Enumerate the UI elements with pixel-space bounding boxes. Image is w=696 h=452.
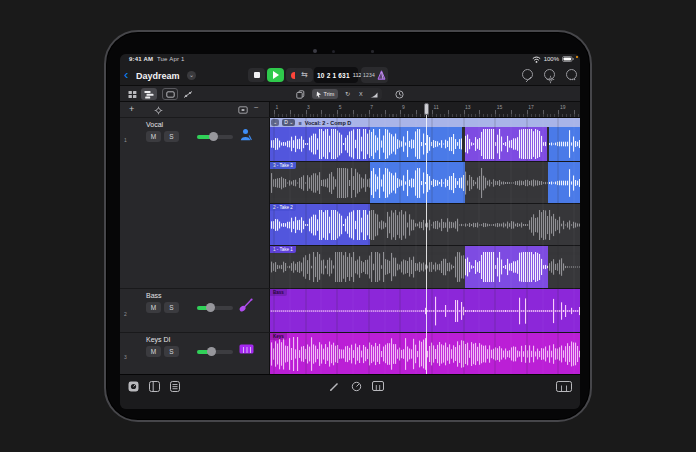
take-region[interactable] bbox=[548, 162, 580, 203]
add-track-button[interactable]: + bbox=[129, 104, 134, 114]
take-lane-2[interactable]: 2 - Take 2 bbox=[270, 203, 580, 245]
desktop-background: 9:41 AM Tue Apr 1 100% ‹ Daydream ⌄ bbox=[0, 0, 696, 452]
cycle-button[interactable]: ⇆ bbox=[296, 68, 313, 82]
comp-segment[interactable] bbox=[370, 127, 462, 161]
battery-icon bbox=[562, 56, 574, 62]
list-editors-button[interactable] bbox=[170, 381, 180, 392]
copy-icon bbox=[296, 90, 305, 99]
smart-controls-button[interactable] bbox=[351, 381, 362, 392]
regions-display-button[interactable] bbox=[162, 88, 178, 100]
take-folder-disclosure-button[interactable]: ⌄ bbox=[271, 119, 279, 126]
count-in-button[interactable]: 1234 bbox=[363, 72, 375, 78]
split-tool-icon[interactable]: X bbox=[359, 91, 363, 97]
duplicate-button[interactable] bbox=[293, 88, 307, 100]
take-lane-label[interactable]: 2 - Take 2 bbox=[270, 204, 296, 211]
take-lane-1[interactable]: 1 - Take 1 bbox=[270, 245, 580, 288]
ruler-bar-number: 7 bbox=[370, 104, 373, 110]
track-name-vocal[interactable]: Vocal bbox=[146, 121, 163, 128]
ambient-sensor-dot bbox=[371, 50, 374, 53]
back-chevron-button[interactable]: ‹ bbox=[124, 66, 128, 83]
comp-segment[interactable] bbox=[465, 127, 547, 161]
grid-icon bbox=[128, 90, 137, 99]
playhead-handle[interactable] bbox=[424, 103, 429, 115]
play-button[interactable] bbox=[267, 68, 284, 82]
lcd-display[interactable]: 10 2 1 631 112,0 4/4 C maj bbox=[314, 67, 358, 83]
solo-button[interactable]: S bbox=[164, 302, 179, 313]
keys-region-label: Keys bbox=[270, 333, 287, 340]
volume-slider[interactable] bbox=[197, 306, 233, 310]
project-menu-chevron-icon[interactable]: ⌄ bbox=[187, 71, 196, 80]
trim-cursor-icon bbox=[316, 91, 322, 98]
take-lane-label[interactable]: 3 - Take 3 bbox=[270, 162, 296, 169]
piano-editor-button[interactable] bbox=[372, 381, 384, 391]
status-bar: 9:41 AM Tue Apr 1 100% bbox=[120, 54, 580, 64]
comp-waveform-lane[interactable] bbox=[270, 127, 580, 161]
track-name-keys[interactable]: Keys DI bbox=[146, 336, 171, 343]
ruler-bar-number: 13 bbox=[465, 104, 471, 110]
comp-title: Vocal: 2 - Comp D bbox=[305, 120, 352, 126]
browser-view-button[interactable] bbox=[125, 88, 139, 100]
cycle-icon: ⇆ bbox=[301, 71, 308, 79]
tuner-button[interactable] bbox=[522, 69, 533, 80]
bass-region[interactable]: Bass bbox=[270, 288, 580, 332]
trim-tool-button[interactable]: Trim bbox=[312, 89, 338, 99]
bass-guitar-track-icon[interactable] bbox=[238, 297, 254, 313]
playhead-line[interactable] bbox=[426, 114, 427, 374]
mixer-button[interactable] bbox=[128, 381, 139, 392]
battery-percentage: 100% bbox=[544, 56, 559, 62]
stop-button[interactable] bbox=[248, 68, 265, 82]
take-lane-label[interactable]: 1 - Take 1 bbox=[270, 246, 296, 253]
comp-segment[interactable] bbox=[270, 127, 370, 161]
tracks-view-button[interactable] bbox=[141, 88, 157, 100]
automation-icon bbox=[183, 90, 193, 99]
status-datetime: 9:41 AM Tue Apr 1 bbox=[129, 56, 185, 62]
play-icon bbox=[273, 71, 279, 79]
collapse-track-headers-button[interactable]: − bbox=[254, 103, 259, 112]
ipad-device-frame: 9:41 AM Tue Apr 1 100% ‹ Daydream ⌄ bbox=[104, 30, 592, 422]
track-list-controls: + − bbox=[120, 102, 270, 118]
solo-button[interactable]: S bbox=[164, 346, 179, 357]
edit-tool-selector: Trim ↻ X bbox=[310, 88, 382, 100]
logic-pro-screen: 9:41 AM Tue Apr 1 100% ‹ Daydream ⌄ bbox=[120, 54, 580, 409]
gear-icon bbox=[546, 75, 555, 84]
loop-tool-icon[interactable]: ↻ bbox=[345, 90, 350, 97]
front-camera-lens bbox=[332, 50, 335, 53]
keys-region[interactable]: Keys bbox=[270, 332, 580, 374]
more-options-button[interactable] bbox=[566, 69, 577, 80]
snap-settings-button[interactable] bbox=[392, 88, 406, 100]
pencil-editor-button[interactable] bbox=[329, 381, 340, 392]
mute-button[interactable]: M bbox=[146, 131, 161, 142]
track-settings-gear-icon[interactable] bbox=[154, 106, 163, 115]
solo-button[interactable]: S bbox=[164, 131, 179, 142]
vocalist-track-icon[interactable] bbox=[240, 128, 252, 141]
comp-selector-button[interactable]: D ⌄ bbox=[282, 119, 295, 126]
browser-button[interactable] bbox=[149, 381, 160, 392]
ruler-bar-number: 1 bbox=[276, 104, 279, 110]
keyboard-track-icon[interactable] bbox=[239, 344, 254, 354]
trim-tool-label: Trim bbox=[324, 91, 335, 97]
track-name-bass[interactable]: Bass bbox=[146, 292, 162, 299]
control-bar: ‹ Daydream ⌄ ⇆ 10 2 1 631 112,0 4/4 C bbox=[120, 64, 580, 86]
metronome-icon[interactable] bbox=[377, 70, 386, 80]
automation-view-button[interactable] bbox=[181, 88, 195, 100]
take-region[interactable] bbox=[370, 162, 465, 203]
project-title[interactable]: Daydream bbox=[136, 71, 180, 81]
region-icon bbox=[166, 91, 175, 98]
comp-track-lane[interactable]: ⌄ D ⌄ ≡ Vocal: 2 - Comp D bbox=[270, 118, 580, 161]
ruler-bar-number: 9 bbox=[402, 104, 405, 110]
comp-segment[interactable] bbox=[549, 127, 580, 161]
fade-tool-icon[interactable] bbox=[370, 92, 378, 98]
settings-button[interactable] bbox=[544, 69, 555, 80]
take-lane-3[interactable]: 3 - Take 3 bbox=[270, 161, 580, 203]
play-surface-keyboard-button[interactable] bbox=[556, 381, 572, 392]
arrange-area: 135791113151719 ⌄ D ⌄ ≡ Vocal: 2 - Comp … bbox=[270, 102, 580, 374]
track-header-column: + − 1 Vocal M S 2 Bass M S bbox=[120, 102, 270, 374]
volume-slider[interactable] bbox=[197, 135, 233, 139]
mute-button[interactable]: M bbox=[146, 302, 161, 313]
take-region[interactable] bbox=[465, 246, 548, 288]
track-zoom-icon[interactable] bbox=[238, 106, 248, 114]
tracks-icon bbox=[144, 90, 154, 99]
take-list-icon: ≡ bbox=[298, 120, 301, 126]
mute-button[interactable]: M bbox=[146, 346, 161, 357]
volume-slider[interactable] bbox=[197, 350, 233, 354]
